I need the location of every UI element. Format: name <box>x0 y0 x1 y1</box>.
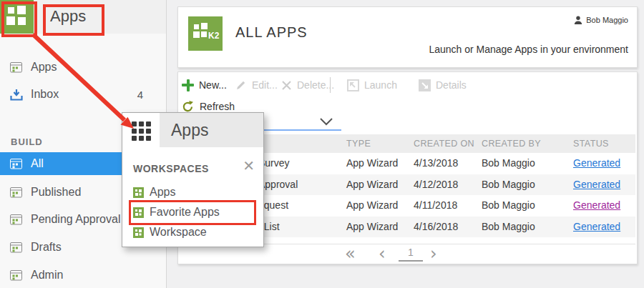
sidebar-item-label: Admin <box>31 269 166 282</box>
status-link[interactable]: Generated <box>573 179 620 190</box>
status-link[interactable]: Generated <box>573 199 620 211</box>
sidebar-item-label: Apps <box>31 61 166 74</box>
sidebar-item-label: Inbox <box>31 88 137 101</box>
plus-icon <box>182 79 194 91</box>
window-icon <box>10 214 23 225</box>
window-icon <box>10 159 23 169</box>
column-created-by[interactable]: CREATED BY <box>482 139 541 149</box>
next-page-button[interactable]: › <box>430 247 437 261</box>
chevron-down-icon[interactable] <box>319 116 333 129</box>
app-launcher-grid-icon <box>0 0 34 34</box>
new-button-label: New... <box>199 79 227 91</box>
app-launcher-grid-icon[interactable] <box>132 121 151 141</box>
app-created-on: 4/13/2018 <box>414 157 458 169</box>
pencil-icon <box>235 79 247 91</box>
edit-button[interactable]: Edit... <box>235 76 278 94</box>
svg-text:K2: K2 <box>208 31 220 41</box>
workspaces-section-label: WORKSPACES <box>133 163 209 174</box>
sidebar-item-inbox[interactable]: Inbox 4 <box>0 84 166 105</box>
workspace-item-favorite-apps[interactable]: Favorite Apps <box>133 204 220 221</box>
app-created-by: Bob Maggio <box>482 221 535 232</box>
sidebar-item-admin[interactable]: Admin <box>0 264 166 286</box>
column-created-on[interactable]: CREATED ON <box>414 139 474 149</box>
x-icon <box>281 80 292 91</box>
close-icon[interactable]: ✕ <box>243 157 255 174</box>
workspace-item-label: Workspace <box>150 226 207 239</box>
person-icon <box>574 16 582 24</box>
workspace-item-label: Favorite Apps <box>150 206 220 219</box>
popup-title: Apps <box>171 121 208 140</box>
toolbar-separator <box>330 77 331 93</box>
page-subtitle: Launch or Manage Apps in your environmen… <box>429 44 628 55</box>
delete-button[interactable]: Delete... <box>281 76 334 94</box>
app-type: App Wizard <box>346 199 398 211</box>
app-created-by: Bob Maggio <box>482 179 535 190</box>
workspace-icon <box>133 187 144 198</box>
page-header-card: K2 ALL APPS Bob Maggio Launch or Manage … <box>177 6 638 68</box>
workspace-item-apps[interactable]: Apps <box>133 184 175 201</box>
app-created-by: Bob Maggio <box>482 199 535 211</box>
page-title: ALL APPS <box>235 24 308 41</box>
app-created-on: 4/12/2018 <box>414 179 458 190</box>
inbox-icon <box>10 89 23 101</box>
launch-button[interactable]: Launch <box>347 76 397 94</box>
details-button-label: Details <box>436 79 467 91</box>
user-name: Bob Maggio <box>586 16 628 24</box>
sidebar-item-apps[interactable]: Apps <box>0 56 166 78</box>
app-type: App Wizard <box>346 179 398 190</box>
previous-page-button[interactable]: ‹ <box>379 247 386 261</box>
inbox-count-badge: 4 <box>137 89 143 101</box>
launch-icon <box>347 79 359 91</box>
delete-button-label: Delete... <box>297 79 334 91</box>
window-icon <box>10 242 23 253</box>
app-created-on: 4/16/2018 <box>414 221 458 232</box>
first-page-button[interactable]: « <box>345 247 356 261</box>
k2-logo: K2 <box>188 16 223 54</box>
launch-button-label: Launch <box>364 79 397 91</box>
new-button[interactable]: New... <box>182 76 227 94</box>
status-link[interactable]: Generated <box>573 157 620 169</box>
current-page-indicator[interactable]: 1 <box>399 247 423 262</box>
workspace-item-label: Apps <box>150 186 175 199</box>
status-link[interactable]: Generated <box>573 221 620 232</box>
window-icon <box>10 62 23 73</box>
app-name: Approval <box>258 179 298 190</box>
app-type: App Wizard <box>346 157 398 169</box>
app-created-by: Bob Maggio <box>482 157 535 169</box>
workspace-item-workspace[interactable]: Workspace <box>133 224 207 241</box>
column-type[interactable]: TYPE <box>346 139 371 149</box>
sidebar-title: Apps <box>50 7 86 26</box>
workspace-icon <box>133 227 144 238</box>
app-launcher-popup: Apps WORKSPACES ✕ Apps Favorite Apps Wor… <box>122 112 264 247</box>
build-section-label: BUILD <box>11 136 43 147</box>
column-status[interactable]: STATUS <box>573 139 609 149</box>
user-menu[interactable]: Bob Maggio <box>574 16 628 24</box>
window-icon <box>10 270 23 281</box>
details-icon <box>419 79 431 91</box>
app-created-on: 4/11/2018 <box>414 199 457 211</box>
workspace-icon <box>133 207 144 218</box>
app-launcher-button[interactable] <box>0 0 34 34</box>
details-button[interactable]: Details <box>419 76 467 94</box>
window-icon <box>10 187 23 198</box>
app-type: App Wizard <box>346 221 398 232</box>
refresh-icon <box>182 100 195 113</box>
refresh-button-label: Refresh <box>200 101 235 112</box>
edit-button-label: Edit... <box>252 79 278 91</box>
